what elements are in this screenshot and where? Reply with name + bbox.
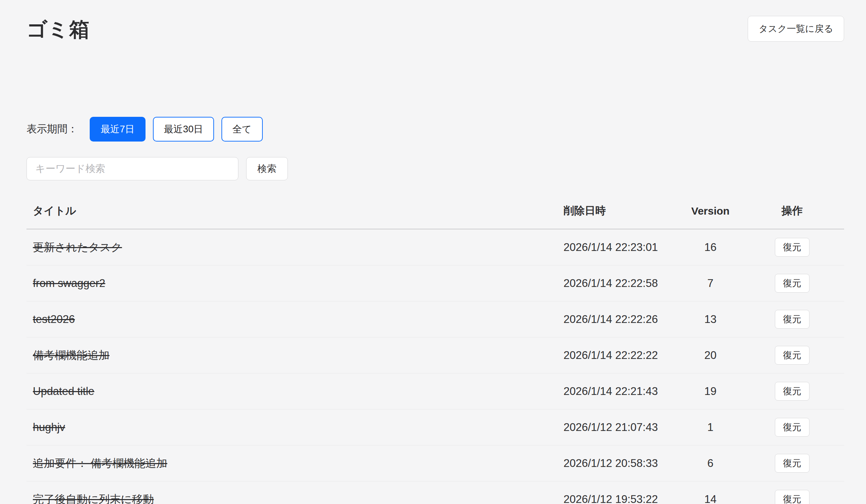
deleted-at: 2026/1/14 22:21:43 bbox=[557, 373, 681, 409]
table-row: from swagger2 2026/1/14 22:22:58 7 復元 bbox=[26, 265, 844, 301]
table-row: 完了後自動に列末に移動 2026/1/12 19:53:22 14 復元 bbox=[26, 481, 844, 504]
task-title: test2026 bbox=[26, 301, 557, 337]
period-filter: 表示期間： 最近7日 最近30日 全て bbox=[26, 117, 844, 142]
deleted-at: 2026/1/14 22:23:01 bbox=[557, 229, 681, 265]
table-row: 更新されたタスク 2026/1/14 22:23:01 16 復元 bbox=[26, 229, 844, 265]
task-title: 更新されたタスク bbox=[26, 229, 557, 265]
deleted-at: 2026/1/14 22:22:26 bbox=[557, 301, 681, 337]
table-row: test2026 2026/1/14 22:22:26 13 復元 bbox=[26, 301, 844, 337]
task-title: 追加要件： 備考欄機能追加 bbox=[26, 445, 557, 481]
restore-button[interactable]: 復元 bbox=[775, 490, 809, 504]
restore-button[interactable]: 復元 bbox=[775, 418, 809, 437]
restore-button[interactable]: 復元 bbox=[775, 274, 809, 293]
version: 6 bbox=[681, 445, 740, 481]
version: 7 bbox=[681, 265, 740, 301]
task-title: from swagger2 bbox=[26, 265, 557, 301]
period-filter-label: 表示期間： bbox=[26, 122, 78, 136]
column-header-deleted-at: 削除日時 bbox=[557, 197, 681, 229]
period-filter-group: 最近7日 最近30日 全て bbox=[90, 117, 263, 142]
version: 20 bbox=[681, 337, 740, 373]
restore-button[interactable]: 復元 bbox=[775, 454, 809, 473]
restore-button[interactable]: 復元 bbox=[775, 310, 809, 329]
back-to-task-list-button[interactable]: タスク一覧に戻る bbox=[748, 16, 844, 42]
deleted-at: 2026/1/14 22:22:58 bbox=[557, 265, 681, 301]
column-header-actions: 操作 bbox=[740, 197, 844, 229]
table-row: 備考欄機能追加 2026/1/14 22:22:22 20 復元 bbox=[26, 337, 844, 373]
task-title: Updated title bbox=[26, 373, 557, 409]
table-row: 追加要件： 備考欄機能追加 2026/1/12 20:58:33 6 復元 bbox=[26, 445, 844, 481]
search-bar: 検索 bbox=[26, 157, 844, 180]
column-header-version: Version bbox=[681, 197, 740, 229]
page-header: ゴミ箱 タスク一覧に戻る bbox=[26, 16, 844, 43]
keyword-search-input[interactable] bbox=[26, 157, 238, 180]
task-title: 完了後自動に列末に移動 bbox=[26, 481, 557, 504]
version: 16 bbox=[681, 229, 740, 265]
deleted-at: 2026/1/12 20:58:33 bbox=[557, 445, 681, 481]
task-title: hughjv bbox=[26, 409, 557, 445]
version: 1 bbox=[681, 409, 740, 445]
deleted-at: 2026/1/12 19:53:22 bbox=[557, 481, 681, 504]
table-row: Updated title 2026/1/14 22:21:43 19 復元 bbox=[26, 373, 844, 409]
deleted-at: 2026/1/14 22:22:22 bbox=[557, 337, 681, 373]
filter-last-30-days-button[interactable]: 最近30日 bbox=[153, 117, 214, 142]
filter-all-button[interactable]: 全て bbox=[221, 117, 263, 142]
deleted-tasks-table: タイトル 削除日時 Version 操作 更新されたタスク 2026/1/14 … bbox=[26, 197, 844, 504]
table-row: hughjv 2026/1/12 21:07:43 1 復元 bbox=[26, 409, 844, 445]
version: 19 bbox=[681, 373, 740, 409]
trash-page: ゴミ箱 タスク一覧に戻る 表示期間： 最近7日 最近30日 全て 検索 タイトル… bbox=[0, 0, 866, 504]
column-header-title: タイトル bbox=[26, 197, 557, 229]
version: 14 bbox=[681, 481, 740, 504]
table-header-row: タイトル 削除日時 Version 操作 bbox=[26, 197, 844, 229]
page-title: ゴミ箱 bbox=[26, 16, 90, 43]
restore-button[interactable]: 復元 bbox=[775, 238, 809, 257]
task-title: 備考欄機能追加 bbox=[26, 337, 557, 373]
deleted-at: 2026/1/12 21:07:43 bbox=[557, 409, 681, 445]
search-button[interactable]: 検索 bbox=[246, 157, 288, 180]
restore-button[interactable]: 復元 bbox=[775, 346, 809, 365]
filter-last-7-days-button[interactable]: 最近7日 bbox=[90, 117, 146, 142]
version: 13 bbox=[681, 301, 740, 337]
restore-button[interactable]: 復元 bbox=[775, 382, 809, 401]
